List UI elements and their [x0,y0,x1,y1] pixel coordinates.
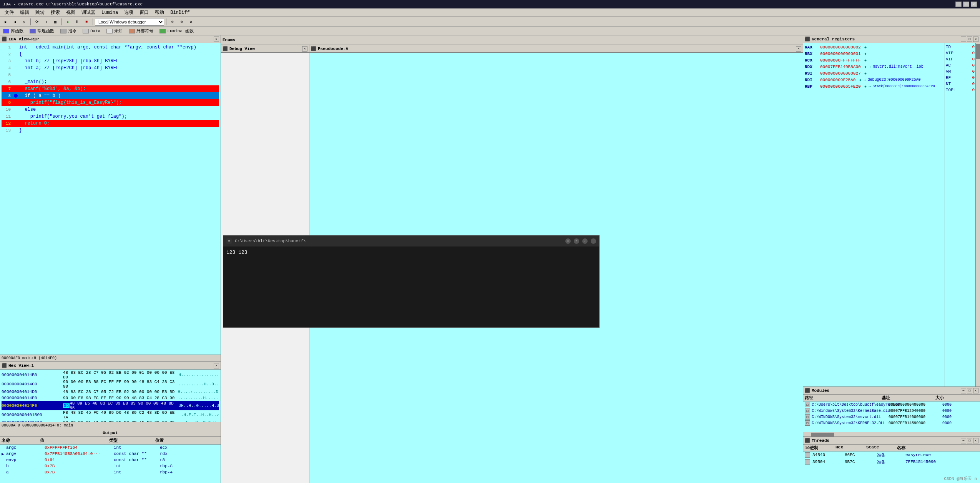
code-text-6: _main(); [19,79,47,85]
toolbar-btn-3[interactable]: ▷ [20,18,28,26]
toolbar-btn-stop[interactable]: ■ [82,18,91,26]
modules-panel-minimize[interactable]: ─ [961,388,966,393]
code-text-9: printf("flag{this_is_a_EasyRe}"); [19,100,121,105]
terminal-minimize-btn[interactable]: ─ [591,238,596,244]
code-text-10: else [19,107,36,112]
reg-row-rsi: RSI 0000000000000027 ✦ [805,70,943,77]
pseudo-panel-close[interactable]: ✕ [796,46,801,52]
threads-panel-minimize[interactable]: ─ [961,438,966,443]
hex-line-1: 000000004014B0 48 83 EC 28 C7 05 92 EB 0… [2,370,219,380]
terminal-add-btn[interactable]: + [574,238,579,244]
maximize-button[interactable]: □ [963,2,969,7]
legend-insn: 指令 [60,28,76,34]
menu-help[interactable]: 帮助 [152,8,167,17]
toolbar-btn-over[interactable]: ⚙ [178,18,186,26]
reg-panel-close[interactable]: ✕ [973,37,978,42]
code-line-1: 1 int __cdecl main(int argc, const char … [2,44,219,51]
menu-file[interactable]: 文件 [2,8,17,17]
output-col-value: 值 [40,438,109,443]
threads-icon-1 [805,452,810,458]
menu-search[interactable]: 搜索 [48,8,63,17]
modules-col-base: 基址 [882,395,935,401]
modules-row-4: □ C:\WINDOWS\System32\KERNEL32.DLL 00007… [803,420,980,426]
menu-window[interactable]: 窗口 [136,8,152,17]
pseudo-panel-controls: ✕ [796,46,801,52]
modules-icon-2: □ [805,408,810,413]
reg-row-rax: RAX 0000000000000002 ✦ [805,44,943,50]
terminal-close-btn[interactable]: ✕ [565,238,571,244]
code-line-6: 6 _main(); [2,78,219,85]
threads-panel-close[interactable]: ✕ [973,438,978,443]
modules-scrollbar[interactable] [803,432,980,436]
toolbar-btn-5[interactable]: ⬇ [42,18,50,26]
window-controls: ─ □ ✕ [955,2,977,7]
pseudo-panel-icon: ⬛ [311,46,316,51]
code-line-2: 2 { [2,51,219,58]
toolbar-btn-pause[interactable]: ⏸ [73,18,81,26]
toolbar-btn-run[interactable]: ▶ [64,18,72,26]
debug-panel-controls: ✕ [302,46,307,52]
reg-flags-row: RAX 0000000000000002 ✦ RBX 0000000000000… [803,43,980,386]
legend-color-lumina [159,29,166,33]
code-text-7: scanf("%d%d", &a, &b); [19,86,86,92]
output-title: Output [103,431,118,435]
threads-title: Threads [812,438,829,443]
legend-label-data: Data [90,29,100,33]
legend-normal: 常规函数 [30,28,54,34]
menu-view[interactable]: 视图 [63,8,78,17]
legend-extern: 外部符号 [129,28,153,34]
enums-panel: Enums [221,35,803,45]
reg-scrollbar-thumb[interactable] [976,44,980,59]
code-line-4: 4 int a; // [rsp+2Ch] [rbp-4h] BYREF [2,65,219,72]
code-text-4: int a; // [rsp+2Ch] [rbp-4h] BYREF [19,65,119,71]
legend-lib: 库函数 [3,28,23,34]
toolbar-btn-6[interactable]: ▦ [51,18,60,26]
code-text-12: return 0; [19,121,50,126]
toolbar-btn-out[interactable]: ⚙ [187,18,195,26]
toolbar: ▶ ◀ ▷ ⟳ ⬇ ▦ ▶ ⏸ ■ Local Windows debugger… [0,17,980,27]
modules-col-path: 路径 [805,395,882,401]
modules-scrollbar-thumb[interactable] [811,433,834,436]
menu-jump[interactable]: 跳转 [32,8,48,17]
toolbar-sep-4 [166,18,166,25]
modules-panel-icon: ⬛ [805,388,810,393]
menu-lumina[interactable]: Lumina [98,9,121,16]
terminal-title: C:\Users\blt\Desktop\buuctf\ [235,239,562,243]
reg-panel-maximize[interactable]: □ [967,37,972,42]
code-text-8: if ( a == b ) [19,93,61,98]
toolbar-btn-4[interactable]: ⟳ [33,18,41,26]
toolbar-btn-1[interactable]: ▶ [2,18,10,26]
reg-scrollbar[interactable] [975,43,980,386]
debugger-dropdown[interactable]: Local Windows debugger [95,18,164,26]
code-panel-close[interactable]: ✕ [214,37,219,42]
menu-bar: 文件 编辑 跳转 搜索 视图 调试器 Lumina 选项 窗口 帮助 BinDi… [0,8,980,17]
hex-status-bar: 00000AF0 00000000004014F0: main [0,422,221,429]
debug-panel-close[interactable]: ✕ [302,46,307,52]
code-line-3: 3 int b; // [rsp+28h] [rbp-8h] BYREF [2,58,219,65]
breakpoint-7 [14,87,18,91]
toolbar-btn-step[interactable]: ⚙ [168,18,177,26]
menu-debugger[interactable]: 调试器 [78,8,98,17]
reg-row-rdx: RDX 00007FFB140B8A00 ✦ → msvcrt.dll:msvc… [805,63,943,70]
flag-row-ac: AC 0 [946,62,975,68]
flag-row-id: ID 0 [946,44,975,50]
hex-panel-title: Hex View-1 [8,363,34,368]
modules-row-2: □ C:\Windows\System32\KernelBase.dll 000… [803,408,980,414]
legend-label-lumina: Lumina 函数 [167,28,193,34]
modules-row-1: □ C:\Users\blt\Desktop\buuctf\easyre.exe… [803,401,980,408]
toolbar-sep-3 [93,18,93,25]
toolbar-btn-2[interactable]: ◀ [11,18,19,26]
legend-data: Data [83,29,100,33]
threads-panel-maximize[interactable]: □ [967,438,972,443]
modules-panel-maximize[interactable]: □ [967,388,972,393]
terminal-menu-btn[interactable]: ▾ [582,238,588,244]
hex-panel-close[interactable]: ✕ [214,363,219,368]
output-row-argv: ▶ argv 0x7FFB140BSA00i64:0··· const char… [0,451,221,457]
modules-panel-close[interactable]: ✕ [973,388,978,393]
menu-options[interactable]: 选项 [121,8,136,17]
menu-bindiff[interactable]: BinDiff [167,9,193,16]
close-button[interactable]: ✕ [971,2,977,7]
minimize-button[interactable]: ─ [955,2,962,7]
menu-edit[interactable]: 编辑 [17,8,32,17]
reg-panel-minimize[interactable]: ─ [961,37,966,42]
